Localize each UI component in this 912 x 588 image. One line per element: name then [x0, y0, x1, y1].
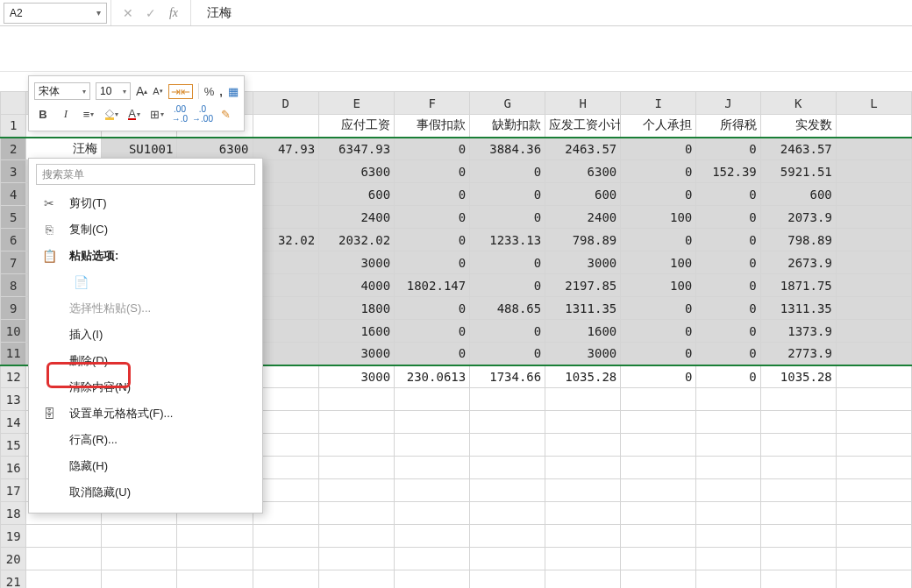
cell[interactable]: [760, 434, 836, 457]
font-size-select[interactable]: 10 ▾: [96, 82, 131, 100]
cell[interactable]: [26, 548, 102, 570]
col-header-F[interactable]: F: [395, 92, 470, 115]
cell[interactable]: [395, 457, 470, 479]
cell[interactable]: [836, 343, 911, 365]
cell[interactable]: 0: [470, 320, 545, 343]
row-header[interactable]: 10: [1, 320, 26, 343]
cell[interactable]: [545, 411, 621, 434]
menu-paste-default[interactable]: 📄: [29, 269, 262, 295]
cell[interactable]: [470, 479, 545, 502]
cell[interactable]: [621, 548, 696, 570]
cell[interactable]: [621, 388, 696, 411]
cell[interactable]: 47.93: [253, 138, 319, 160]
cell[interactable]: 0: [696, 297, 760, 320]
cell[interactable]: [470, 548, 545, 570]
cell[interactable]: [395, 479, 470, 502]
cell[interactable]: 0: [696, 206, 760, 229]
col-header-H[interactable]: H: [545, 92, 621, 115]
cell[interactable]: 6300: [545, 160, 621, 183]
cell[interactable]: 0: [696, 229, 760, 251]
cell[interactable]: [760, 525, 836, 548]
cell[interactable]: 0: [395, 343, 470, 365]
cell[interactable]: [253, 548, 319, 570]
fill-color-icon[interactable]: ◇▾: [103, 108, 120, 120]
percent-icon[interactable]: %: [204, 85, 215, 98]
cell[interactable]: 2773.9: [760, 343, 836, 365]
cell[interactable]: 0: [395, 138, 470, 160]
menu-delete[interactable]: 删除(D): [29, 348, 262, 374]
cell[interactable]: [760, 502, 836, 525]
col-header-L[interactable]: L: [836, 92, 911, 115]
cell[interactable]: 0: [621, 343, 696, 365]
cell[interactable]: 1871.75: [760, 274, 836, 297]
cell[interactable]: 4000: [319, 274, 395, 297]
cell[interactable]: [395, 525, 470, 548]
cell[interactable]: [836, 525, 911, 548]
cell[interactable]: 0: [621, 365, 696, 388]
cell[interactable]: 2073.9: [760, 206, 836, 229]
cell[interactable]: 汪梅: [26, 138, 102, 160]
col-header-G[interactable]: G: [470, 92, 545, 115]
row-header[interactable]: 11: [1, 343, 26, 365]
cell[interactable]: 0: [470, 160, 545, 183]
cell[interactable]: [545, 457, 621, 479]
cell[interactable]: 6347.93: [319, 138, 395, 160]
row-header[interactable]: 5: [1, 206, 26, 229]
cell[interactable]: 0: [621, 297, 696, 320]
fx-icon[interactable]: fx: [166, 6, 182, 20]
cell[interactable]: [102, 548, 177, 570]
menu-unhide[interactable]: 取消隐藏(U): [29, 479, 262, 506]
cell[interactable]: [760, 411, 836, 434]
cell[interactable]: 100: [621, 274, 696, 297]
cell[interactable]: 0: [470, 183, 545, 206]
borders-icon[interactable]: ⊞▾: [148, 108, 166, 121]
cell[interactable]: 1233.13: [470, 229, 545, 251]
cell[interactable]: [836, 138, 911, 160]
cell[interactable]: [319, 525, 395, 548]
cell[interactable]: 0: [696, 274, 760, 297]
cell[interactable]: 1600: [319, 320, 395, 343]
cell[interactable]: [319, 388, 395, 411]
cell[interactable]: [696, 479, 760, 502]
row-header[interactable]: 8: [1, 274, 26, 297]
cell[interactable]: 1035.28: [545, 365, 621, 388]
table-row[interactable]: 21: [1, 570, 912, 589]
cell[interactable]: 0: [395, 320, 470, 343]
cell[interactable]: [696, 457, 760, 479]
cell[interactable]: [621, 479, 696, 502]
context-menu-search[interactable]: 搜索菜单: [36, 164, 255, 185]
table-row[interactable]: 2汪梅SU1001630047.936347.9303884.362463.57…: [1, 138, 912, 160]
cell[interactable]: [319, 457, 395, 479]
cell[interactable]: 3000: [319, 365, 395, 388]
cell[interactable]: [621, 434, 696, 457]
row-header[interactable]: 19: [1, 525, 26, 548]
cell[interactable]: [836, 229, 911, 251]
cell[interactable]: 0: [696, 251, 760, 274]
cell[interactable]: 0: [696, 320, 760, 343]
cell[interactable]: [836, 297, 911, 320]
cell[interactable]: 600: [760, 183, 836, 206]
cell[interactable]: [395, 388, 470, 411]
cell[interactable]: [836, 411, 911, 434]
cell[interactable]: 3000: [545, 251, 621, 274]
row-header[interactable]: 3: [1, 160, 26, 183]
cell[interactable]: 1802.147: [395, 274, 470, 297]
cell[interactable]: 798.89: [545, 229, 621, 251]
cell[interactable]: [545, 434, 621, 457]
cell[interactable]: [836, 388, 911, 411]
menu-format-cells[interactable]: 🗄 设置单元格格式(F)...: [29, 400, 262, 427]
cell[interactable]: [102, 570, 177, 589]
cell[interactable]: 0: [470, 343, 545, 365]
cell[interactable]: 1800: [319, 297, 395, 320]
cell[interactable]: [696, 525, 760, 548]
cell[interactable]: [253, 570, 319, 589]
name-box[interactable]: A2 ▾: [4, 3, 107, 24]
cell[interactable]: [470, 434, 545, 457]
cell[interactable]: 1600: [545, 320, 621, 343]
cell[interactable]: 0: [621, 320, 696, 343]
cell[interactable]: 2673.9: [760, 251, 836, 274]
cell[interactable]: [836, 183, 911, 206]
cell[interactable]: 0: [696, 365, 760, 388]
menu-hide[interactable]: 隐藏(H): [29, 453, 262, 479]
cell[interactable]: [395, 434, 470, 457]
